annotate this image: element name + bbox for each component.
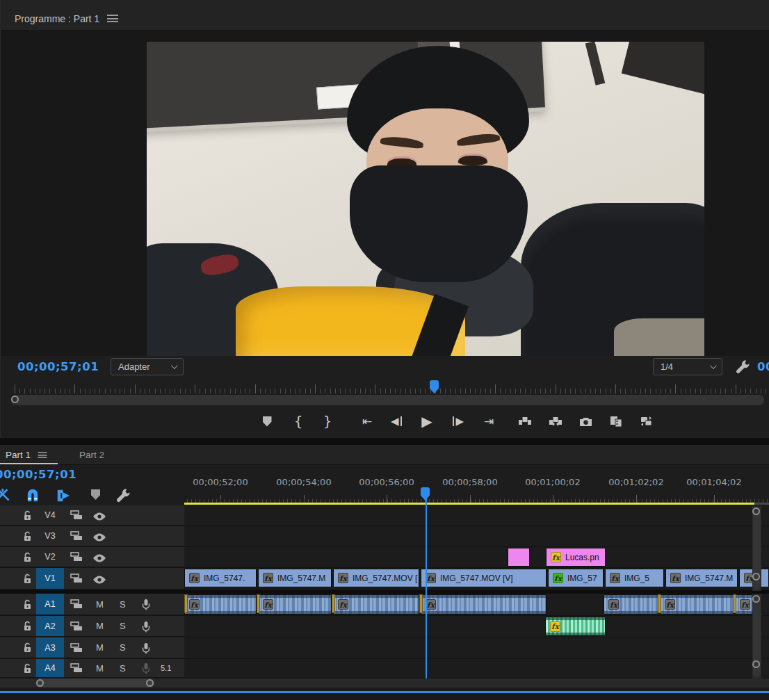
source-patch-icon[interactable] xyxy=(70,510,83,520)
button-editor-button[interactable] xyxy=(636,409,656,434)
toggle-track-output-eye-icon[interactable] xyxy=(92,553,106,561)
audio-crossfade[interactable] xyxy=(658,594,661,613)
linked-selection-icon[interactable] xyxy=(0,488,12,503)
timeline-clip[interactable]: fx xyxy=(604,594,658,614)
track-lock-icon[interactable] xyxy=(23,510,32,521)
timeline-clip[interactable]: fx xyxy=(421,594,547,614)
zoom-handle-right[interactable] xyxy=(146,679,154,687)
export-frame-button[interactable] xyxy=(575,409,596,434)
mute-button[interactable]: M xyxy=(96,599,104,610)
timeline-clip[interactable]: fx xyxy=(258,594,332,614)
track-content[interactable]: fxIMG_5747.fxIMG_5747.MfxIMG_5747.MOV [f… xyxy=(184,568,769,590)
go-to-in-button[interactable]: ⇤ xyxy=(357,409,378,434)
mute-button[interactable]: M xyxy=(96,621,104,631)
timeline-horizontal-scrollbar[interactable] xyxy=(0,678,769,687)
track-target-toggle[interactable]: A3 xyxy=(36,637,64,658)
tab-part-1[interactable]: Part 1 xyxy=(6,445,48,464)
play-button[interactable]: ▶ xyxy=(416,409,437,434)
mute-button[interactable]: M xyxy=(96,663,104,674)
track-target-toggle[interactable]: A1 xyxy=(36,594,64,614)
tab-part-2[interactable]: Part 2 xyxy=(79,445,104,464)
monitor-time-ruler[interactable] xyxy=(1,380,769,395)
timeline-timecode[interactable]: 00;00;57;01 xyxy=(0,468,76,481)
audio-crossfade[interactable] xyxy=(733,594,736,613)
mute-button[interactable]: M xyxy=(96,642,104,653)
track-lock-icon[interactable] xyxy=(23,552,32,562)
audio-crossfade[interactable] xyxy=(419,594,423,613)
track-target-toggle[interactable]: V4 xyxy=(36,505,64,525)
track-lock-icon[interactable] xyxy=(23,531,32,542)
work-area-bar[interactable] xyxy=(184,503,754,505)
timeline-clip[interactable]: fxIMG_5747.MOV [ xyxy=(333,569,419,587)
timeline-vertical-scrollbar[interactable] xyxy=(752,594,761,678)
audio-crossfade[interactable] xyxy=(332,594,335,613)
track-content[interactable] xyxy=(184,659,769,678)
timeline-clip[interactable]: fxIMG_5747. xyxy=(184,569,257,587)
track-lock-icon[interactable] xyxy=(23,663,32,674)
add-marker-button[interactable] xyxy=(257,409,277,434)
track-lock-icon[interactable] xyxy=(23,621,32,631)
zoom-level-select[interactable]: Adapter xyxy=(111,358,184,375)
scroll-handle[interactable] xyxy=(752,507,760,515)
track-content[interactable] xyxy=(184,505,769,526)
zoom-handle-left[interactable] xyxy=(11,396,19,403)
extract-button[interactable] xyxy=(545,409,566,434)
track-target-toggle[interactable]: V2 xyxy=(36,547,64,567)
track-content[interactable] xyxy=(184,526,769,547)
zoom-handle-left[interactable] xyxy=(36,679,44,687)
timeline-clip[interactable]: fxIMG_5747.M xyxy=(258,569,332,587)
scroll-handle[interactable] xyxy=(752,573,760,580)
lift-button[interactable] xyxy=(515,409,535,434)
source-patch-icon[interactable] xyxy=(70,643,83,653)
go-to-out-button[interactable]: ⇥ xyxy=(478,409,499,434)
timeline-clip[interactable]: fx xyxy=(660,594,734,614)
voiceover-mic-icon[interactable] xyxy=(141,642,151,653)
track-target-toggle[interactable]: V1 xyxy=(36,568,64,589)
timeline-clip[interactable]: fx xyxy=(184,594,257,614)
insert-overwrite-nest-icon[interactable] xyxy=(56,488,71,503)
toggle-track-output-eye-icon[interactable] xyxy=(92,574,106,583)
settings-wrench-icon[interactable] xyxy=(735,359,750,375)
source-patch-icon[interactable] xyxy=(70,552,83,562)
track-content[interactable]: fxfxfxfxfxfxfx xyxy=(184,594,769,616)
scroll-handle[interactable] xyxy=(752,660,760,668)
track-content[interactable]: fx xyxy=(184,616,769,637)
track-lock-icon[interactable] xyxy=(23,573,32,584)
snap-magnet-icon[interactable] xyxy=(25,488,40,503)
timeline-clip[interactable]: fxLucas.pn xyxy=(546,548,606,567)
audio-crossfade[interactable] xyxy=(184,594,188,613)
panel-menu-icon[interactable] xyxy=(107,15,118,22)
toggle-track-output-eye-icon[interactable] xyxy=(92,511,106,519)
scroll-handle[interactable] xyxy=(752,595,760,603)
step-forward-button[interactable]: ▶ xyxy=(448,409,469,434)
source-patch-icon[interactable] xyxy=(70,599,83,609)
add-marker-icon[interactable] xyxy=(91,489,106,505)
panel-divider[interactable] xyxy=(0,438,769,445)
mark-out-button[interactable]: } xyxy=(317,409,338,434)
track-target-toggle[interactable]: V3 xyxy=(36,526,64,546)
audio-crossfade[interactable] xyxy=(257,594,260,613)
timeline-clip[interactable]: fx xyxy=(735,594,754,614)
source-patch-icon[interactable] xyxy=(70,621,83,631)
timeline-clip[interactable]: fxIMG_5747.MOV [V] xyxy=(421,569,547,587)
track-target-toggle[interactable]: A4 xyxy=(36,659,64,677)
voiceover-mic-icon[interactable] xyxy=(141,621,151,632)
solo-button[interactable]: S xyxy=(120,599,126,610)
voiceover-mic-icon[interactable] xyxy=(141,599,151,610)
timeline-vertical-scrollbar[interactable] xyxy=(752,506,761,591)
playhead-line[interactable] xyxy=(426,497,427,678)
timeline-clip[interactable]: fxIMG_57 xyxy=(548,569,604,587)
timeline-clip[interactable]: fxIMG_5747.M xyxy=(665,569,738,587)
monitor-timecode[interactable]: 00;00;57;01 xyxy=(17,360,99,373)
timeline-clip[interactable]: fx xyxy=(545,617,606,636)
step-back-button[interactable]: ◀ xyxy=(386,409,407,434)
track-lock-icon[interactable] xyxy=(23,642,32,653)
timeline-clip[interactable]: fx xyxy=(333,594,419,614)
track-target-toggle[interactable]: A2 xyxy=(36,616,64,636)
track-content[interactable] xyxy=(184,637,769,659)
timeline-settings-wrench-icon[interactable] xyxy=(115,488,131,503)
toggle-track-output-eye-icon[interactable] xyxy=(92,532,106,540)
source-patch-icon[interactable] xyxy=(70,531,83,541)
solo-button[interactable]: S xyxy=(120,663,126,674)
monitor-playhead[interactable] xyxy=(430,380,439,393)
